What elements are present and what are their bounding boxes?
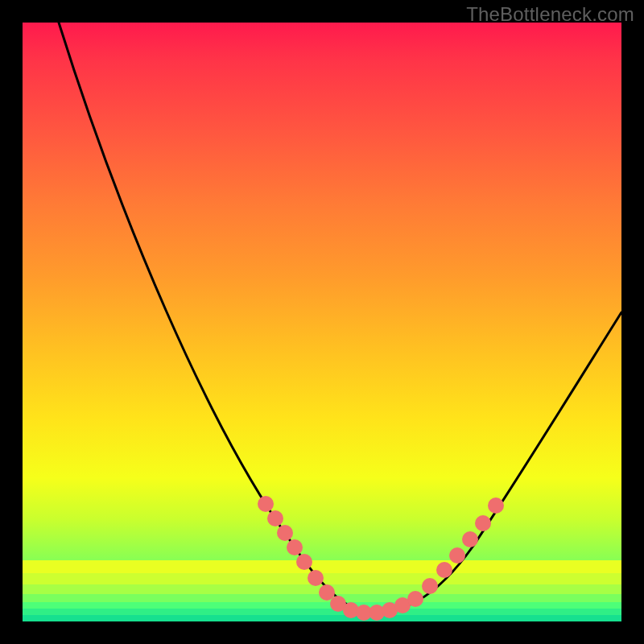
svg-point-2 — [277, 525, 293, 541]
svg-point-0 — [258, 496, 274, 512]
bottleneck-curve-svg — [23, 23, 621, 621]
svg-point-1 — [267, 510, 283, 526]
svg-point-4 — [296, 554, 312, 570]
svg-point-5 — [308, 570, 324, 586]
svg-point-16 — [449, 547, 465, 564]
curve-path — [59, 23, 621, 612]
trough-dots — [330, 591, 423, 621]
svg-point-14 — [422, 578, 438, 594]
svg-point-18 — [475, 515, 491, 531]
right-wall-dots — [422, 497, 504, 594]
svg-point-13 — [407, 591, 423, 607]
plot-area — [23, 23, 621, 621]
svg-point-19 — [488, 497, 504, 514]
svg-point-17 — [462, 531, 478, 547]
svg-point-15 — [436, 562, 452, 578]
chart-frame: TheBottleneck.com — [0, 0, 644, 644]
svg-point-3 — [287, 539, 303, 555]
